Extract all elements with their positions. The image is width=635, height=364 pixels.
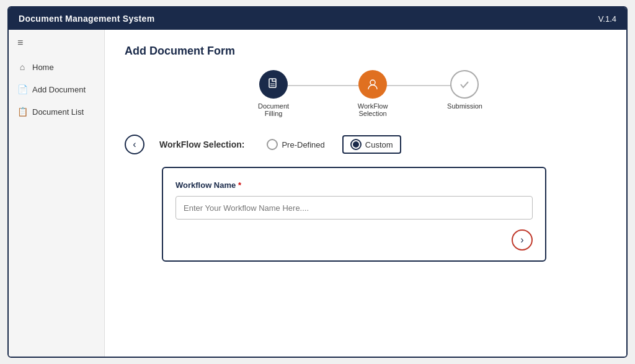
field-label-text: Workflow Name [175,180,236,190]
page-title: Add Document Form [125,45,606,58]
stepper: Document Filling WorkFlow Selection [125,70,606,117]
workflow-selection-row: ‹ WorkFlow Selection: Pre-Defined Custom [125,135,606,154]
sidebar-nav: ⌂ Home 📄 Add Document 📋 Document List [9,53,104,123]
svg-point-3 [370,80,375,85]
sidebar-item-add-document[interactable]: 📄 Add Document [9,78,104,100]
radio-predefined-label: Pre-Defined [282,140,324,149]
radio-custom[interactable]: Custom [342,135,401,154]
main-layout: ≡ ⌂ Home 📄 Add Document 📋 Document List … [9,30,626,357]
workflow-selection-label: WorkFlow Selection: [159,140,244,149]
back-button[interactable]: ‹ [125,135,144,154]
sidebar-item-add-document-label: Add Document [32,85,86,94]
next-button[interactable]: › [512,229,533,251]
menu-icon[interactable]: ≡ [9,30,104,53]
radio-group: Pre-Defined Custom [259,135,401,154]
step-submission: Submission [447,70,482,110]
step-circle-workflow-selection [358,70,387,99]
step-document-filling: Document Filling [249,70,298,117]
step-circle-submission [450,70,479,99]
sidebar-item-home-label: Home [32,63,54,72]
step-workflow-selection: WorkFlow Selection [348,70,397,117]
radio-custom-label: Custom [365,140,393,149]
next-icon: › [520,234,523,246]
back-icon: ‹ [133,139,136,150]
app-container: Document Management System V.1.4 ≡ ⌂ Hom… [7,6,628,358]
stepper-steps: Document Filling WorkFlow Selection [249,70,482,117]
step-label-document-filling: Document Filling [249,102,298,117]
sidebar-item-home[interactable]: ⌂ Home [9,56,104,78]
sidebar-item-document-list-label: Document List [32,107,84,117]
step-label-workflow-selection: WorkFlow Selection [348,102,397,117]
step-circle-document-filling [259,70,288,99]
add-document-icon: 📄 [17,84,27,94]
title-bar: Document Management System V.1.4 [9,7,626,30]
radio-circle-predefined [267,139,278,150]
sidebar: ≡ ⌂ Home 📄 Add Document 📋 Document List [9,30,105,357]
content-area: Add Document Form [105,30,626,357]
document-list-icon: 📋 [17,107,27,117]
app-version: V.1.4 [598,14,616,24]
field-label: Workflow Name * [175,180,533,190]
sidebar-item-document-list[interactable]: 📋 Document List [9,100,104,123]
home-icon: ⌂ [17,62,27,72]
workflow-name-input[interactable] [175,196,533,220]
card-footer: › [175,229,533,251]
radio-inner-custom [353,141,359,148]
app-title: Document Management System [19,14,154,24]
step-label-submission: Submission [447,102,482,110]
radio-circle-custom [350,139,362,150]
workflow-card: Workflow Name * › [162,167,546,262]
required-marker: * [238,180,241,190]
radio-predefined[interactable]: Pre-Defined [259,136,332,153]
